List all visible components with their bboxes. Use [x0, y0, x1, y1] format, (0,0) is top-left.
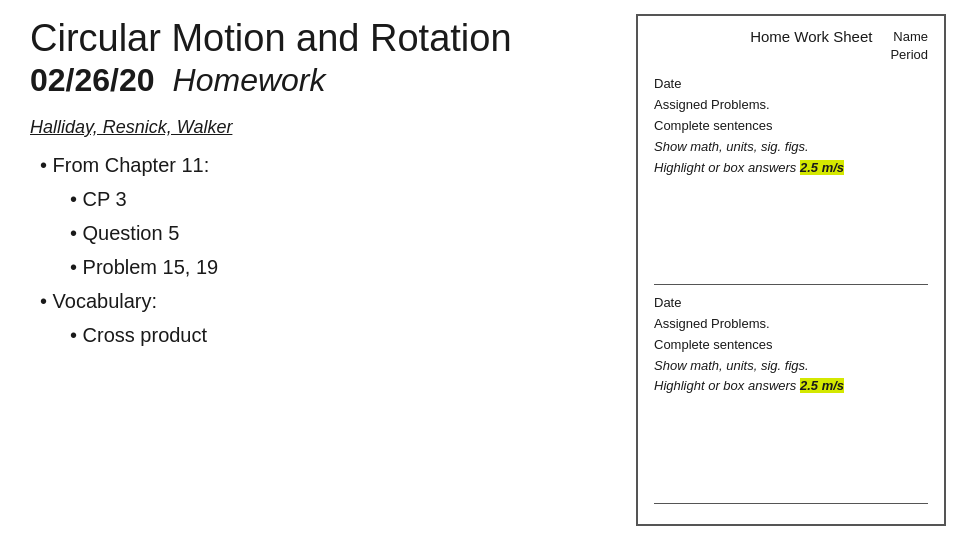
hw-section-2-text: Date Assigned Problems. Complete sentenc… — [654, 293, 928, 495]
sheet-header: Home Work Sheet Name Period — [654, 28, 928, 64]
list-item-cp3: • CP 3 — [70, 182, 606, 216]
hw-highlight-prefix-1: Highlight or box answers — [654, 160, 800, 175]
hw-highlight-2: Highlight or box answers 2.5 m/s — [654, 376, 928, 397]
hw-highlight-prefix-2: Highlight or box answers — [654, 378, 800, 393]
author: Halliday, Resnick, Walker — [30, 117, 606, 138]
list-item-cross: • Cross product — [70, 318, 606, 352]
hw-highlight-text-2: 2.5 m/s — [800, 378, 844, 393]
hw-show-1: Show math, units, sig. figs. — [654, 137, 928, 158]
list-item-chapter: • From Chapter 11: — [40, 148, 606, 182]
list-item-prob: • Problem 15, 19 — [70, 250, 606, 284]
subtitle-row: 02/26/20 Homework — [30, 62, 606, 99]
homework-label: Homework — [173, 62, 326, 99]
page-title: Circular Motion and Rotation — [30, 18, 606, 60]
hw-complete-1: Complete sentences — [654, 116, 928, 137]
name-label: Name — [893, 29, 928, 44]
hw-divider-1 — [654, 284, 928, 285]
hw-divider-2 — [654, 503, 928, 504]
sheet-label: Home Work Sheet — [750, 28, 872, 45]
list-item-q5: • Question 5 — [70, 216, 606, 250]
hw-highlight-text-1: 2.5 m/s — [800, 160, 844, 175]
hw-assigned-2: Assigned Problems. — [654, 314, 928, 335]
hw-section-2: Date Assigned Problems. Complete sentenc… — [654, 293, 928, 512]
hw-assigned-1: Assigned Problems. — [654, 95, 928, 116]
homework-sheet: Home Work Sheet Name Period Date Assigne… — [636, 14, 946, 526]
hw-show-2: Show math, units, sig. figs. — [654, 356, 928, 377]
hw-section-1: Date Assigned Problems. Complete sentenc… — [654, 74, 928, 293]
period-label: Period — [890, 47, 928, 62]
hw-date-1: Date — [654, 74, 928, 95]
hw-complete-2: Complete sentences — [654, 335, 928, 356]
left-panel: Circular Motion and Rotation 02/26/20 Ho… — [0, 0, 636, 540]
name-period-label: Name Period — [890, 28, 928, 64]
hw-date-2: Date — [654, 293, 928, 314]
list-item-vocab: • Vocabulary: — [40, 284, 606, 318]
date-label: 02/26/20 — [30, 62, 155, 99]
hw-section-1-text: Date Assigned Problems. Complete sentenc… — [654, 74, 928, 276]
hw-highlight-1: Highlight or box answers 2.5 m/s — [654, 158, 928, 179]
content-list: • From Chapter 11: • CP 3 • Question 5 •… — [30, 148, 606, 352]
